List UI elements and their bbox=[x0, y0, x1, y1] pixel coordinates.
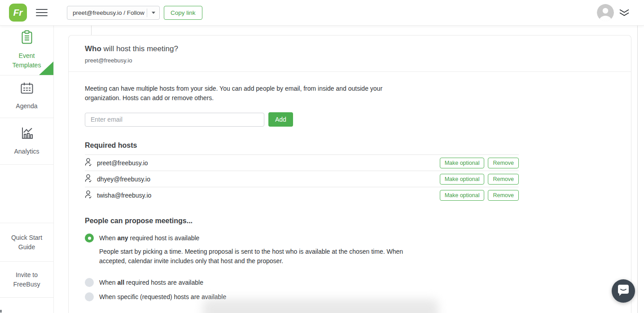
remove-button[interactable]: Remove bbox=[488, 174, 519, 185]
sidebar-item-label: Agenda bbox=[16, 101, 37, 111]
radio-selected-icon[interactable] bbox=[85, 234, 94, 242]
card-header: Who will host this meeting? preet@freebu… bbox=[69, 35, 631, 72]
row-actions: Make optional Remove bbox=[440, 190, 519, 201]
host-subtitle: preet@freebusy.io bbox=[85, 57, 615, 64]
radio-option-all-hosts[interactable]: When all required hosts are available bbox=[85, 278, 615, 287]
template-selector-dropdown[interactable]: preet@freebusy.io / Follow bbox=[67, 6, 160, 20]
user-check-icon bbox=[85, 190, 92, 201]
hosts-description: Meeting can have multiple hosts from you… bbox=[85, 84, 390, 103]
row-actions: Make optional Remove bbox=[440, 158, 519, 168]
make-optional-button[interactable]: Make optional bbox=[440, 190, 485, 201]
table-row: twisha@freebusy.io Make optional Remove bbox=[85, 187, 519, 203]
scrollbar-track[interactable] bbox=[637, 26, 638, 313]
hamburger-menu-icon[interactable] bbox=[36, 7, 48, 18]
previous-card-divider-fragment bbox=[91, 25, 92, 35]
sidebar-link-label: Invite to FreeBusy bbox=[7, 270, 47, 289]
sidebar-item-quick-start-guide[interactable]: Quick Start Guide bbox=[0, 223, 53, 262]
sidebar: Event Templates Agenda Analytics bbox=[0, 25, 54, 313]
below-fold-element-shadow bbox=[203, 299, 438, 313]
card-body: Meeting can have multiple hosts from you… bbox=[69, 72, 631, 313]
clipboard-icon bbox=[21, 30, 33, 47]
radio-unselected-icon[interactable] bbox=[85, 278, 94, 287]
who-section-card: Who will host this meeting? preet@freebu… bbox=[68, 35, 631, 313]
avatar[interactable] bbox=[597, 4, 614, 21]
add-button[interactable]: Add bbox=[268, 112, 293, 127]
top-bar: Fr preet@freebusy.io / Follow Copy link bbox=[0, 0, 644, 25]
email-input[interactable] bbox=[85, 113, 264, 127]
make-optional-button[interactable]: Make optional bbox=[440, 174, 485, 185]
remove-button[interactable]: Remove bbox=[488, 158, 519, 168]
table-row: dhyey@freebusy.io Make optional Remove bbox=[85, 171, 519, 187]
table-row: preet@freebusy.io Make optional Remove bbox=[85, 154, 519, 171]
sidebar-item-event-templates[interactable]: Event Templates bbox=[0, 25, 53, 75]
sidebar-item-label: Analytics bbox=[14, 147, 39, 156]
add-host-row: Add bbox=[85, 112, 615, 127]
host-email: dhyey@freebusy.io bbox=[97, 176, 150, 183]
radio-unselected-icon[interactable] bbox=[85, 292, 94, 301]
bar-chart-icon bbox=[20, 127, 34, 143]
title-bold: Who bbox=[85, 44, 101, 53]
chat-bubble-icon bbox=[617, 284, 630, 298]
propose-meetings-title: People can propose meetings... bbox=[85, 217, 615, 225]
sidebar-link-label: Quick Start Guide bbox=[7, 233, 47, 252]
page-title: Who will host this meeting? bbox=[85, 44, 615, 53]
calendar-icon bbox=[20, 82, 34, 97]
user-check-icon bbox=[85, 158, 92, 168]
radio-label: When any required host is available bbox=[99, 234, 199, 242]
caret-down-icon[interactable] bbox=[147, 12, 159, 14]
row-actions: Make optional Remove bbox=[440, 174, 519, 185]
radio-label: When all required hosts are available bbox=[99, 279, 203, 286]
user-check-icon bbox=[85, 174, 92, 185]
required-hosts-title: Required hosts bbox=[85, 141, 615, 150]
sidebar-item-agenda[interactable]: Agenda bbox=[0, 75, 53, 118]
sidebar-item-analytics[interactable]: Analytics bbox=[0, 118, 53, 165]
sidebar-item-label: Event Templates bbox=[6, 51, 48, 70]
option-description: People start by picking a time. Meeting … bbox=[99, 247, 404, 266]
remove-button[interactable]: Remove bbox=[488, 190, 519, 201]
freebusy-logo[interactable]: Fr bbox=[9, 4, 27, 22]
cutoff-item-fragment bbox=[0, 310, 2, 313]
template-selector-value: preet@freebusy.io / Follow bbox=[67, 9, 147, 16]
host-email: twisha@freebusy.io bbox=[97, 192, 151, 199]
title-rest: will host this meeting? bbox=[101, 44, 178, 53]
double-chevron-down-icon[interactable] bbox=[619, 9, 630, 17]
required-hosts-table: preet@freebusy.io Make optional Remove d… bbox=[85, 154, 519, 203]
make-optional-button[interactable]: Make optional bbox=[440, 158, 485, 168]
radio-option-any-host[interactable]: When any required host is available bbox=[85, 234, 615, 242]
host-email: preet@freebusy.io bbox=[97, 159, 148, 167]
sidebar-spacer bbox=[0, 165, 53, 223]
copy-link-button[interactable]: Copy link bbox=[164, 6, 202, 20]
chat-launcher-button[interactable] bbox=[612, 279, 635, 303]
sidebar-item-invite-to-freebusy[interactable]: Invite to FreeBusy bbox=[0, 262, 53, 298]
